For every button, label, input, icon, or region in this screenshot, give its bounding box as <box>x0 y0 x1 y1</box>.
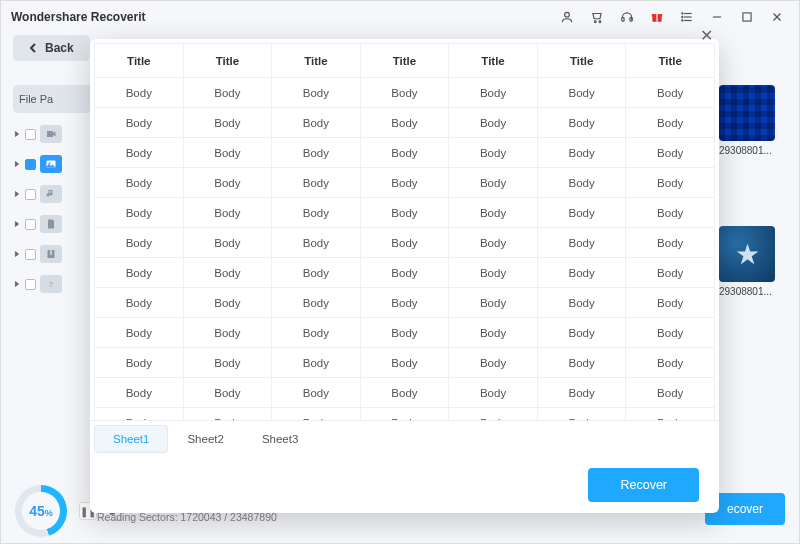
table-cell: Body <box>449 258 538 288</box>
svg-point-13 <box>682 20 683 21</box>
table-cell: Body <box>537 288 626 318</box>
table-cell: Body <box>183 288 272 318</box>
modal-recover-button[interactable]: Recover <box>588 468 699 502</box>
table-row: BodyBodyBodyBodyBodyBodyBody <box>95 138 715 168</box>
table-cell: Body <box>449 408 538 421</box>
table-cell: Body <box>272 348 361 378</box>
progress-ring: 45% <box>15 485 67 537</box>
table-cell: Body <box>272 168 361 198</box>
category-other[interactable]: ? <box>13 275 93 293</box>
preview-table: TitleTitleTitleTitleTitleTitleTitle Body… <box>94 43 715 420</box>
table-cell: Body <box>537 108 626 138</box>
table-cell: Body <box>183 258 272 288</box>
table-cell: Body <box>272 78 361 108</box>
table-cell: Body <box>272 198 361 228</box>
table-row: BodyBodyBodyBodyBodyBodyBody <box>95 258 715 288</box>
category-document[interactable] <box>13 215 93 233</box>
svg-point-11 <box>682 13 683 14</box>
thumbnail-caption: 29308801... <box>719 286 775 297</box>
svg-point-0 <box>565 12 570 17</box>
table-cell: Body <box>537 408 626 421</box>
sheet-tab[interactable]: Sheet3 <box>243 425 317 453</box>
table-cell: Body <box>360 348 449 378</box>
category-photo[interactable] <box>13 155 93 173</box>
table-cell: Body <box>626 378 715 408</box>
svg-point-19 <box>49 163 51 165</box>
table-cell: Body <box>626 168 715 198</box>
table-cell: Body <box>626 408 715 421</box>
app-title: Wondershare Recoverit <box>11 10 146 24</box>
file-path-button[interactable]: File Pa <box>13 85 93 113</box>
user-icon[interactable] <box>555 5 579 29</box>
svg-rect-21 <box>51 250 52 255</box>
table-cell: Body <box>626 108 715 138</box>
table-cell: Body <box>183 408 272 421</box>
table-cell: Body <box>183 228 272 258</box>
table-cell: Body <box>626 258 715 288</box>
table-header: Title <box>95 44 184 78</box>
table-cell: Body <box>272 288 361 318</box>
table-cell: Body <box>95 258 184 288</box>
thumbnail[interactable] <box>719 226 775 282</box>
table-cell: Body <box>449 288 538 318</box>
sheet-tab[interactable]: Sheet1 <box>94 425 168 453</box>
headset-icon[interactable] <box>615 5 639 29</box>
close-icon[interactable] <box>765 5 789 29</box>
table-cell: Body <box>95 108 184 138</box>
table-cell: Body <box>95 288 184 318</box>
table-cell: Body <box>360 378 449 408</box>
table-cell: Body <box>449 78 538 108</box>
sheet-tabs: Sheet1Sheet2Sheet3 <box>90 420 719 457</box>
table-cell: Body <box>183 378 272 408</box>
table-row: BodyBodyBodyBodyBodyBodyBody <box>95 168 715 198</box>
modal-close-icon[interactable] <box>691 28 709 46</box>
table-cell: Body <box>449 198 538 228</box>
table-cell: Body <box>537 198 626 228</box>
table-cell: Body <box>449 348 538 378</box>
category-audio[interactable] <box>13 185 93 203</box>
title-bar: Wondershare Recoverit <box>1 1 799 33</box>
maximize-icon[interactable] <box>735 5 759 29</box>
table-header: Title <box>626 44 715 78</box>
svg-point-1 <box>594 21 596 23</box>
table-cell: Body <box>537 258 626 288</box>
table-header: Title <box>360 44 449 78</box>
table-cell: Body <box>95 198 184 228</box>
table-cell: Body <box>272 108 361 138</box>
thumbnail-caption: 29308801... <box>719 145 775 156</box>
table-cell: Body <box>360 168 449 198</box>
table-row: BodyBodyBodyBodyBodyBodyBody <box>95 78 715 108</box>
svg-rect-15 <box>743 13 751 21</box>
table-cell: Body <box>95 228 184 258</box>
category-video[interactable] <box>13 125 93 143</box>
table-cell: Body <box>360 78 449 108</box>
table-header-row: TitleTitleTitleTitleTitleTitleTitle <box>95 44 715 78</box>
table-cell: Body <box>449 108 538 138</box>
table-cell: Body <box>626 138 715 168</box>
table-cell: Body <box>95 378 184 408</box>
table-cell: Body <box>537 138 626 168</box>
thumbnail[interactable] <box>719 85 775 141</box>
table-cell: Body <box>626 198 715 228</box>
table-cell: Body <box>626 78 715 108</box>
table-cell: Body <box>537 228 626 258</box>
table-cell: Body <box>537 78 626 108</box>
table-cell: Body <box>360 198 449 228</box>
back-button[interactable]: Back <box>13 35 90 61</box>
gift-icon[interactable] <box>645 5 669 29</box>
list-icon[interactable] <box>675 5 699 29</box>
svg-point-2 <box>599 21 601 23</box>
table-cell: Body <box>537 168 626 198</box>
table-scroll[interactable]: TitleTitleTitleTitleTitleTitleTitle Body… <box>94 43 715 420</box>
table-cell: Body <box>360 108 449 138</box>
table-cell: Body <box>360 288 449 318</box>
table-cell: Body <box>183 348 272 378</box>
sidebar: File Pa ? <box>13 85 93 543</box>
category-archive[interactable] <box>13 245 93 263</box>
table-cell: Body <box>360 258 449 288</box>
cart-icon[interactable] <box>585 5 609 29</box>
table-cell: Body <box>626 318 715 348</box>
table-cell: Body <box>626 288 715 318</box>
table-cell: Body <box>360 318 449 348</box>
sheet-tab[interactable]: Sheet2 <box>168 425 242 453</box>
